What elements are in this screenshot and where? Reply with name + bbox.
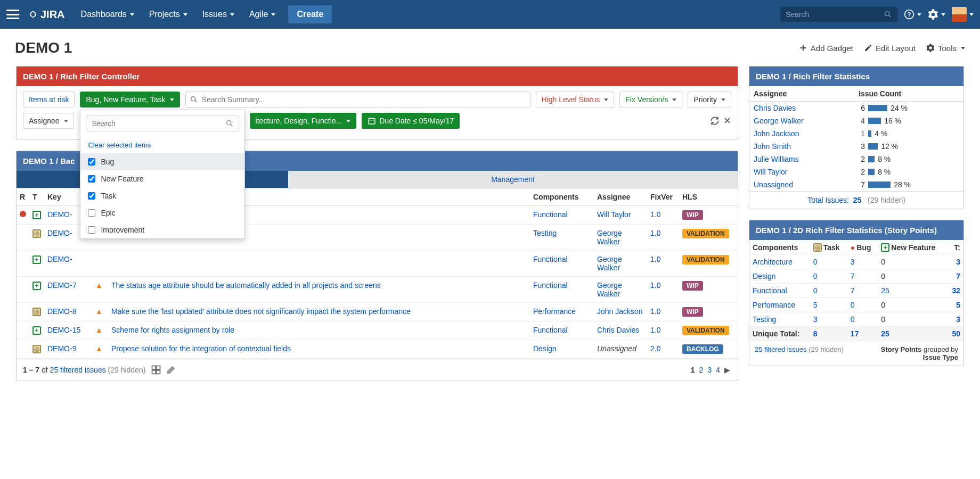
issue-key-link[interactable]: DEMO- xyxy=(47,255,72,263)
cell-link[interactable]: 3 xyxy=(851,258,855,266)
dropdown-option[interactable]: Epic xyxy=(80,204,244,221)
component-link[interactable]: Design xyxy=(753,272,776,280)
page-link[interactable]: 1 xyxy=(690,366,696,374)
issue-summary-link[interactable]: The status age attribute should be autom… xyxy=(111,281,381,290)
help-button[interactable]: ? xyxy=(904,9,921,20)
dropdown-option[interactable]: Task xyxy=(80,187,244,204)
fixver-link[interactable]: 1.0 xyxy=(650,229,660,237)
component-link[interactable]: Architecture xyxy=(753,258,793,266)
issue-key-link[interactable]: DEMO-15 xyxy=(47,326,80,334)
tools-button[interactable]: Tools xyxy=(926,44,965,53)
checkbox[interactable] xyxy=(88,175,95,183)
component-link[interactable]: Functional xyxy=(533,255,568,263)
issue-summary-link[interactable]: Propose solution for the integration of … xyxy=(111,344,291,353)
issue-key-link[interactable]: DEMO-7 xyxy=(47,281,76,290)
dropdown-option[interactable]: New Feature xyxy=(80,170,244,187)
user-avatar[interactable] xyxy=(952,7,974,22)
next-page-icon[interactable]: ▶ xyxy=(723,366,731,374)
jira-logo[interactable]: JIRA xyxy=(29,9,65,21)
hamburger-icon[interactable] xyxy=(6,10,19,19)
assignee-link[interactable]: John Smith xyxy=(754,142,791,151)
cell-link[interactable]: 32 xyxy=(952,286,960,295)
cell-link[interactable]: 3 xyxy=(813,315,818,324)
nav-dashboards[interactable]: Dashboards xyxy=(75,5,141,23)
edit-layout-button[interactable]: Edit Layout xyxy=(864,44,916,53)
cell-link[interactable]: 0 xyxy=(851,301,855,309)
component-link[interactable]: Functional xyxy=(533,326,568,334)
component-link[interactable]: Functional xyxy=(533,210,568,219)
cell-link[interactable]: 5 xyxy=(956,301,960,309)
assignee-link[interactable]: George Walker xyxy=(597,229,622,246)
page-link[interactable]: 3 xyxy=(706,366,713,374)
global-search[interactable] xyxy=(780,7,897,22)
page-link[interactable]: 2 xyxy=(698,366,705,374)
cell-link[interactable]: 7 xyxy=(956,272,960,280)
cell-link[interactable]: 0 xyxy=(851,315,855,324)
cell-link[interactable]: 3 xyxy=(956,258,960,266)
cell-link[interactable]: 0 xyxy=(813,286,818,295)
settings-button[interactable] xyxy=(928,9,945,20)
grid-view-icon[interactable] xyxy=(151,365,161,375)
issue-type-filter[interactable]: Bug, New Feature, Task xyxy=(80,92,179,108)
add-gadget-button[interactable]: Add Gadget xyxy=(799,44,853,53)
nav-issues[interactable]: Issues xyxy=(196,5,241,23)
fixver-link[interactable]: 1.0 xyxy=(650,255,660,263)
assignee-link[interactable]: George Walker xyxy=(597,255,622,272)
due-date-filter[interactable]: Due Date ≤ 05/May/17 xyxy=(362,113,460,129)
assignee-link[interactable]: Unassigned xyxy=(754,180,793,189)
high-level-status-filter[interactable]: High Level Status xyxy=(536,92,615,108)
assignee-link[interactable]: George Walker xyxy=(597,281,622,298)
clear-selected-button[interactable]: Clear selected items xyxy=(80,137,244,153)
filtered-issues-link[interactable]: 25 filtered issues xyxy=(755,345,807,353)
cell-link[interactable]: 8 xyxy=(813,329,818,338)
component-link[interactable]: Testing xyxy=(533,229,557,237)
cell-link[interactable]: 17 xyxy=(851,329,859,338)
fixver-link[interactable]: 1.0 xyxy=(650,307,660,316)
page-link[interactable]: 4 xyxy=(715,366,721,374)
checkbox[interactable] xyxy=(88,158,95,166)
fixver-link[interactable]: 1.0 xyxy=(650,281,660,290)
cell-link[interactable]: 25 xyxy=(881,286,889,295)
checkbox[interactable] xyxy=(88,209,95,217)
issue-key-link[interactable]: DEMO-9 xyxy=(47,344,76,353)
fixver-link[interactable]: 1.0 xyxy=(650,210,660,219)
issue-summary-link[interactable]: Make sure the 'last updated' attribute d… xyxy=(111,307,411,316)
component-link[interactable]: Design xyxy=(533,344,557,353)
assignee-link[interactable]: Julie Williams xyxy=(754,155,799,163)
summary-search-input[interactable] xyxy=(185,92,530,108)
eraser-icon[interactable] xyxy=(166,365,176,375)
checkbox[interactable] xyxy=(88,226,95,234)
tab-management[interactable]: Management xyxy=(288,171,738,188)
global-search-input[interactable] xyxy=(786,10,884,19)
cell-link[interactable]: 25 xyxy=(881,329,889,338)
dropdown-option[interactable]: Bug xyxy=(80,153,244,170)
assignee-link[interactable]: John Jackson xyxy=(597,307,643,316)
cell-link[interactable]: 7 xyxy=(851,272,855,280)
priority-filter[interactable]: Priority xyxy=(688,92,731,108)
refresh-icon[interactable] xyxy=(709,115,720,126)
component-link[interactable]: Performance xyxy=(753,301,795,309)
dropdown-option[interactable]: Improvement xyxy=(80,221,244,238)
cell-link[interactable]: 3 xyxy=(956,315,960,324)
assignee-link[interactable]: Chris Davies xyxy=(597,326,639,334)
nav-agile[interactable]: Agile xyxy=(243,5,282,23)
cell-link[interactable]: 0 xyxy=(813,272,818,280)
nav-projects[interactable]: Projects xyxy=(143,5,194,23)
component-link[interactable]: Functional xyxy=(533,281,568,290)
fixver-link[interactable]: 1.0 xyxy=(650,326,660,334)
issue-key-link[interactable]: DEMO-8 xyxy=(47,307,76,316)
issue-summary-link[interactable]: Scheme for rights assignment by role xyxy=(111,326,234,334)
create-button[interactable]: Create xyxy=(288,5,332,23)
filtered-issues-link[interactable]: 25 filtered issues xyxy=(50,366,106,374)
fixver-link[interactable]: 2.0 xyxy=(650,344,660,353)
cell-link[interactable]: 7 xyxy=(851,286,855,295)
component-link[interactable]: Performance xyxy=(533,307,576,316)
total-issues-link[interactable]: Total Issues: 25 xyxy=(807,196,861,204)
assignee-link[interactable]: John Jackson xyxy=(754,129,799,138)
assignee-link[interactable]: Will Taylor xyxy=(754,168,788,176)
cell-link[interactable]: 0 xyxy=(813,258,818,266)
assignee-link[interactable]: George Walker xyxy=(754,117,804,125)
assignee-filter[interactable]: Assignee xyxy=(23,113,74,129)
components-filter[interactable]: itecture, Design, Functio... xyxy=(250,113,357,129)
clear-all-icon[interactable]: ✕ xyxy=(723,115,731,127)
